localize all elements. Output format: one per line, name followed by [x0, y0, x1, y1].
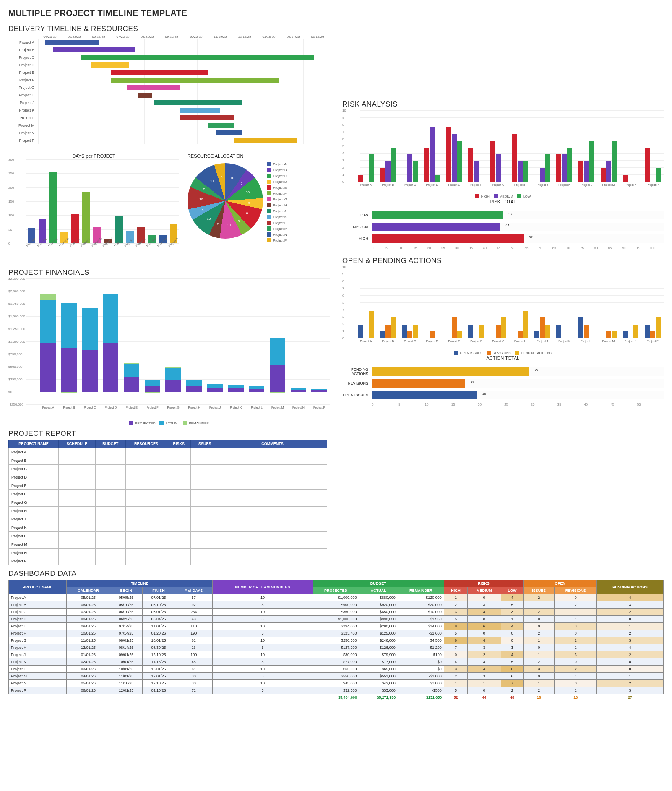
bar — [518, 161, 523, 182]
x-label: Project J — [531, 340, 554, 343]
legend-item: MEDIUM — [494, 194, 513, 198]
bar — [457, 331, 462, 338]
gantt-row-label: Project M — [8, 122, 38, 129]
bar — [556, 154, 561, 182]
gantt-track — [38, 137, 330, 144]
bar — [545, 325, 550, 338]
gantt-track — [38, 84, 330, 91]
bar-group: Project H — [509, 114, 531, 182]
bar-group: Project M — [597, 270, 620, 338]
bar — [358, 175, 363, 182]
gantt-bar — [81, 55, 314, 60]
pie-slice-label: 10 — [246, 190, 250, 194]
gantt-date-tick: 06/22/25 — [86, 35, 111, 39]
bar-group: Project B — [377, 270, 399, 338]
report-row: Project P — [9, 557, 327, 565]
bar — [578, 161, 583, 182]
x-label: Project L — [246, 406, 267, 409]
bar — [578, 317, 583, 338]
x-label: Project M — [597, 183, 620, 186]
gantt-bar — [111, 78, 279, 83]
bar-group: Project N — [620, 270, 642, 338]
bar — [501, 317, 506, 338]
gantt-date-tick: 10/20/25 — [184, 35, 208, 39]
bar-segment — [61, 348, 77, 392]
bar — [369, 311, 374, 338]
section-financials: PROJECT FINANCIALS — [8, 268, 330, 277]
gantt-row-label: Project C — [8, 54, 38, 61]
bar-group: Project C — [48, 163, 59, 243]
bar-segment — [249, 386, 264, 389]
x-label: Project B — [377, 340, 399, 343]
bar-segment — [40, 343, 56, 392]
gantt-date-tick: 07/22/25 — [111, 35, 135, 39]
legend-item: Project F — [267, 191, 287, 195]
gantt-track — [38, 107, 330, 114]
pie-slice-label: 5 — [238, 219, 240, 223]
hbar-row: OPEN ISSUES18 — [342, 391, 664, 399]
bar-group: Project P — [642, 114, 664, 182]
bar — [656, 317, 661, 338]
bar-segment — [186, 386, 202, 392]
bar-segment — [207, 388, 223, 392]
x-label: Project D — [421, 340, 443, 343]
x-label: Project D — [421, 183, 443, 186]
legend-item: Project D — [267, 180, 287, 184]
bar — [452, 317, 457, 338]
bar-group: Project H — [509, 270, 531, 338]
bar — [82, 192, 90, 243]
report-header: SCHEDULE — [58, 440, 95, 448]
bar-group: Project L — [576, 270, 598, 338]
bar — [380, 168, 385, 182]
x-label: Project P — [309, 406, 330, 409]
bar-segment — [82, 308, 97, 350]
gantt-bar — [216, 130, 242, 135]
dash-row: Project B06/01/2505/10/2508/10/25925$900… — [9, 601, 664, 609]
gantt-track — [38, 76, 330, 84]
x-label: Project E — [443, 183, 465, 186]
bar-segment — [249, 389, 264, 392]
gantt-date-tick: 05/23/25 — [62, 35, 86, 39]
bar-group: Project J — [531, 114, 554, 182]
bar-segment — [270, 338, 285, 365]
report-row: Project H — [9, 507, 327, 515]
dash-totals: $5,404,600$5,272,950$131,650524448181627 — [9, 694, 664, 701]
bar — [540, 317, 545, 338]
bar — [589, 141, 594, 182]
gantt-bar — [180, 108, 220, 113]
gantt-date-tick: 02/17/26 — [281, 35, 305, 39]
dash-header: OPEN — [524, 580, 597, 587]
bar-group: Project E — [70, 163, 81, 243]
pie-slice-label: 5 — [221, 175, 222, 179]
bar-group: Project G — [487, 114, 509, 182]
gantt-row-label: Project A — [8, 39, 38, 46]
bar — [601, 168, 606, 182]
bar-group: Project E — [443, 270, 465, 338]
x-label: Project C — [399, 340, 421, 343]
dash-header: TIMELINE — [67, 580, 213, 587]
bar-segment — [103, 343, 118, 392]
report-row: Project E — [9, 481, 327, 490]
section-risk: RISK ANALYSIS — [342, 100, 664, 109]
bar-group: Project M — [597, 114, 620, 182]
gantt-bar — [127, 85, 180, 90]
legend-item: REVISIONS — [487, 351, 511, 355]
pie-slice-label: 10 — [199, 197, 203, 201]
report-row: Project C — [9, 465, 327, 473]
bar — [358, 325, 363, 338]
x-label: Project C — [79, 406, 100, 409]
bar-segment — [186, 380, 202, 386]
bar-group: Project K — [225, 282, 246, 404]
bar-group: Project F — [142, 282, 163, 404]
x-label: Project G — [487, 183, 509, 186]
x-label: Project L — [576, 183, 598, 186]
bar — [518, 331, 523, 338]
bar — [407, 331, 412, 338]
report-row: Project L — [9, 532, 327, 540]
legend-item: PENDING ACTIONS — [515, 351, 552, 355]
bar-group: Project A — [355, 114, 377, 182]
x-label: Project P — [642, 340, 664, 343]
bar-group: Project B — [59, 282, 80, 404]
x-label: Project A — [355, 183, 377, 186]
hbar-fill: 52 — [372, 234, 524, 243]
